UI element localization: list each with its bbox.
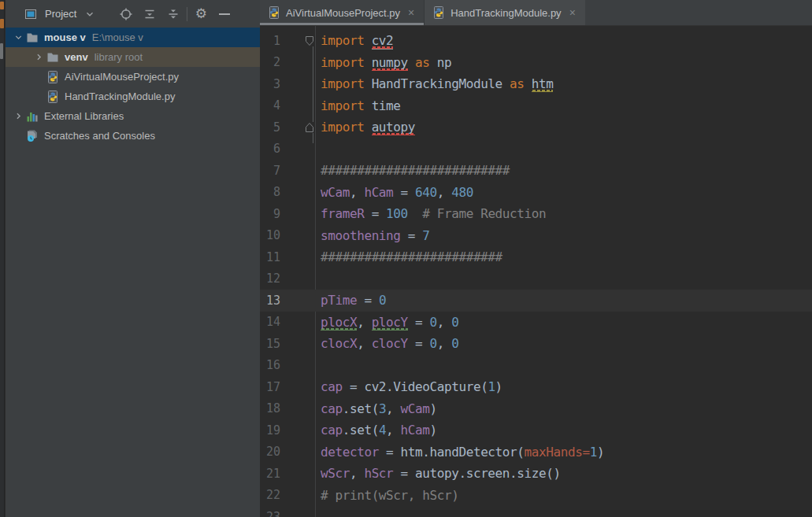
token: np [430,55,452,70]
code-line-3[interactable]: 3import HandTrackingModule as htm [260,73,812,95]
token: = autopy.screen.size() [393,466,560,481]
line-number: 8 [260,185,280,199]
tree-item-scratches-and-consoles[interactable]: Scratches and Consoles [6,126,260,146]
chevron-down-icon[interactable] [12,32,25,42]
gutter[interactable]: 8 [260,185,315,199]
gutter[interactable]: 23 [260,510,315,517]
chevron-right-icon[interactable] [32,52,46,62]
token: pTime [321,293,357,308]
gutter[interactable]: 20 [260,445,315,459]
tree-item-external-libraries[interactable]: External Libraries [6,106,260,126]
tree-item-aivirtualmouseproject-py[interactable]: AiVirtualMouseProject.py [6,67,260,87]
gutter[interactable]: 3 [260,77,315,91]
token: 0 [379,293,386,308]
gutter[interactable]: 12 [260,271,315,286]
gutter[interactable]: 22 [260,488,315,502]
collapse-all-icon[interactable] [165,6,182,23]
line-number: 22 [260,488,280,502]
code-line-1[interactable]: 1import cv2 [260,30,812,52]
token: = [393,185,415,200]
code-line-6[interactable]: 6 [260,138,812,161]
token: 640 [415,185,437,200]
token: = htm.handDetector( [379,445,525,460]
expand-all-icon[interactable] [141,6,158,23]
token: as [415,55,429,70]
gutter[interactable]: 14 [260,315,315,329]
token: cap [321,401,343,416]
tab-label: HandTrackingModule.py [450,7,561,19]
tree-item-venv[interactable]: venvlibrary root [6,47,260,67]
code-line-8[interactable]: 8wCam, hCam = 640, 480 [260,182,812,204]
tree-item-mouse-v[interactable]: mouse vE:\mouse v [6,28,260,47]
code-line-16[interactable]: 16 [260,355,812,377]
tool-window-stripe[interactable] [0,0,5,517]
gutter[interactable]: 2 [260,55,315,69]
line-number: 20 [260,445,280,459]
panel-title[interactable]: Project [45,8,76,20]
tree-item-label: External Libraries [44,110,124,122]
token [364,55,371,70]
code-line-22[interactable]: 22# print(wScr, hScr) [260,485,812,507]
code-text: cap = cv2.VideoCapture(1) [315,379,812,394]
gutter[interactable]: 11 [260,250,315,264]
editor-area: AiVirtualMouseProject.py×HandTrackingMod… [260,0,812,517]
token: import [321,76,364,91]
libraries-icon [25,110,39,123]
gutter[interactable]: 6 [260,142,315,156]
chevron-right-icon[interactable] [12,111,25,121]
code-editor[interactable]: 1import cv22import numpy as np3import Ha… [260,26,812,517]
close-tab-icon[interactable]: × [408,7,414,18]
code-text: smoothening = 7 [315,228,812,243]
gutter[interactable]: 7 [260,164,315,178]
code-line-11[interactable]: 11######################### [260,246,812,268]
gutter[interactable]: 4 [260,98,315,113]
token: ########################## [321,163,510,178]
code-line-23[interactable]: 23 [260,506,812,517]
gutter[interactable]: 17 [260,380,315,394]
code-line-5[interactable]: 5import autopy [260,116,812,138]
python-file-icon [432,6,445,19]
code-line-15[interactable]: 15clocX, clocY = 0, 0 [260,333,812,355]
gutter[interactable]: 13 [260,294,315,308]
gutter[interactable]: 10 [260,228,315,242]
code-line-18[interactable]: 18cap.set(3, wCam) [260,398,812,420]
code-line-4[interactable]: 4import time [260,95,812,117]
token: ) [430,401,437,416]
stripe-icon-fragment [0,43,3,59]
tab-aivirtualmouseproject-py[interactable]: AiVirtualMouseProject.py× [260,0,424,25]
gutter[interactable]: 16 [260,358,315,372]
token: import [321,55,364,70]
token: .set( [343,401,379,416]
hide-panel-icon[interactable] [216,6,233,23]
code-line-21[interactable]: 21wScr, hScr = autopy.screen.size() [260,463,812,485]
gutter[interactable]: 15 [260,337,315,351]
gutter[interactable]: 18 [260,401,315,415]
code-line-9[interactable]: 9frameR = 100 # Frame Reduction [260,203,812,225]
project-tool-icon[interactable] [22,6,39,23]
code-line-17[interactable]: 17cap = cv2.VideoCapture(1) [260,376,812,398]
code-line-20[interactable]: 20detector = htm.handDetector(maxHands=1… [260,441,812,463]
code-line-7[interactable]: 7########################## [260,160,812,182]
token: time [364,98,400,113]
gutter[interactable]: 19 [260,423,315,438]
token: , [437,315,451,330]
settings-gear-icon[interactable]: ⚙ [192,6,209,23]
code-line-2[interactable]: 2import numpy as np [260,52,812,74]
gutter[interactable]: 9 [260,207,315,221]
tree-item-label: HandTrackingModule.py [65,90,175,102]
code-line-14[interactable]: 14plocX, plocY = 0, 0 [260,312,812,334]
gutter[interactable]: 21 [260,467,315,481]
token [408,55,415,70]
tab-handtrackingmodule-py[interactable]: HandTrackingModule.py× [424,0,585,25]
folder-icon [25,31,39,44]
tree-item-handtrackingmodule-py[interactable]: HandTrackingModule.py [6,87,260,106]
code-line-10[interactable]: 10smoothening = 7 [260,225,812,247]
code-line-19[interactable]: 19cap.set(4, hCam) [260,419,812,441]
code-line-13[interactable]: 13pTime = 0 [260,290,812,312]
locate-icon[interactable] [117,6,135,23]
close-tab-icon[interactable]: × [569,7,576,18]
code-line-12[interactable]: 12 [260,268,812,290]
active-tab-underline [260,23,424,25]
chevron-down-icon[interactable] [81,6,98,23]
stripe-icon-fragment [0,19,4,28]
